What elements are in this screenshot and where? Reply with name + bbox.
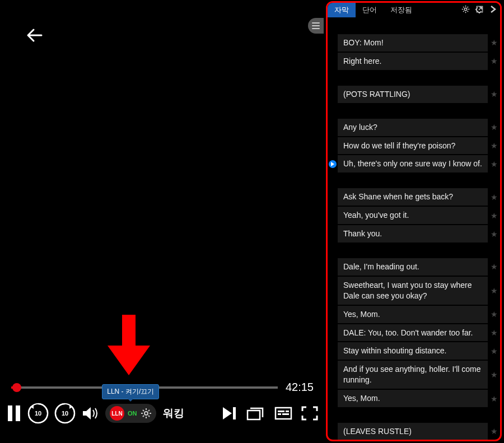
skip-back-button[interactable]: 10 xyxy=(28,403,48,423)
lln-settings-button[interactable] xyxy=(141,408,152,419)
star-icon[interactable]: ★ xyxy=(488,347,500,356)
subtitle-list[interactable]: BOY: Mom!★Right here.★(POTS RATTLING)★An… xyxy=(328,17,500,440)
subtitle-text[interactable]: And if you see anything, holler. I'll co… xyxy=(338,361,488,389)
lln-logo-icon: LLN xyxy=(110,406,124,421)
back-button[interactable] xyxy=(25,25,45,48)
star-icon[interactable]: ★ xyxy=(488,328,500,337)
video-player-area: 42:15 10 10 LLN - 켜기/끄기 LLN ON xyxy=(0,0,325,443)
subtitle-indicator xyxy=(328,160,338,168)
subtitle-text[interactable]: Ask Shane when he gets back? xyxy=(338,188,488,206)
star-icon[interactable]: ★ xyxy=(488,141,500,150)
subtitle-row[interactable]: How do we tell if they're poison?★ xyxy=(328,137,500,155)
episodes-button[interactable] xyxy=(246,406,265,421)
subtitle-text[interactable]: (LEAVES RUSTLE) xyxy=(338,423,488,440)
star-icon[interactable]: ★ xyxy=(488,230,500,239)
subtitle-row[interactable]: Right here.★ xyxy=(328,53,500,70)
subtitle-row[interactable]: (POTS RATTLING)★ xyxy=(328,86,500,103)
time-remaining: 42:15 xyxy=(286,381,314,394)
subtitle-text[interactable]: Yes, Mom. xyxy=(338,306,488,323)
sidebar-tab-1[interactable]: 단어 xyxy=(356,3,384,17)
subtitle-text[interactable]: Yeah, you've got it. xyxy=(338,207,488,224)
star-icon[interactable]: ★ xyxy=(488,193,500,202)
star-icon[interactable]: ★ xyxy=(488,160,500,169)
volume-button[interactable] xyxy=(82,406,99,421)
next-episode-button[interactable] xyxy=(222,406,237,421)
skip-forward-button[interactable]: 10 xyxy=(55,403,75,423)
svg-rect-7 xyxy=(282,413,289,415)
svg-rect-9 xyxy=(286,411,289,412)
svg-rect-6 xyxy=(278,413,281,415)
star-icon[interactable]: ★ xyxy=(488,90,500,99)
subtitle-row[interactable]: (LEAVES RUSTLE)★ xyxy=(328,423,500,440)
svg-rect-4 xyxy=(248,411,260,419)
svg-rect-3 xyxy=(233,407,236,419)
current-play-icon xyxy=(329,160,337,168)
svg-rect-1 xyxy=(16,405,20,421)
subtitle-row[interactable]: Stay within shouting distance.★ xyxy=(328,342,500,360)
subtitle-text[interactable]: Thank you. xyxy=(338,225,488,243)
star-icon[interactable]: ★ xyxy=(488,427,500,436)
collapse-icon[interactable] xyxy=(489,5,497,16)
subtitle-row[interactable]: Thank you.★ xyxy=(328,225,500,243)
sidebar-tab-2[interactable]: 저장됨 xyxy=(384,3,419,17)
star-icon[interactable]: ★ xyxy=(488,310,500,319)
subtitle-text[interactable]: BOY: Mom! xyxy=(338,34,488,52)
subtitle-text[interactable]: DALE: You, too. Don't wander too far. xyxy=(338,324,488,342)
sidebar-settings-icon[interactable] xyxy=(461,5,470,16)
star-icon[interactable]: ★ xyxy=(488,286,500,295)
subtitle-text[interactable]: Dale, I'm heading out. xyxy=(338,258,488,276)
video-title: 워킹 xyxy=(163,406,184,421)
lln-toggle[interactable]: LLN - 켜기/끄기 LLN ON xyxy=(105,404,156,423)
lln-state-label: ON xyxy=(128,410,137,417)
subtitle-text[interactable]: Stay within shouting distance. xyxy=(338,342,488,360)
export-icon[interactable] xyxy=(475,5,484,16)
svg-point-2 xyxy=(144,412,148,415)
subtitle-text[interactable]: Right here. xyxy=(338,53,488,70)
subtitle-row[interactable]: And if you see anything, holler. I'll co… xyxy=(328,361,500,389)
pause-button[interactable] xyxy=(7,404,21,422)
sidebar-header: 자막단어저장됨 xyxy=(328,3,500,17)
star-icon[interactable]: ★ xyxy=(488,211,500,220)
sidebar-toggle-button[interactable] xyxy=(308,18,324,34)
star-icon[interactable]: ★ xyxy=(488,370,500,379)
star-icon[interactable]: ★ xyxy=(488,123,500,132)
subtitle-row[interactable]: Dale, I'm heading out.★ xyxy=(328,258,500,276)
star-icon[interactable]: ★ xyxy=(488,38,500,47)
fullscreen-button[interactable] xyxy=(301,406,318,421)
star-icon[interactable]: ★ xyxy=(488,57,500,66)
subtitle-text[interactable]: (POTS RATTLING) xyxy=(338,86,488,103)
subtitle-text[interactable]: How do we tell if they're poison? xyxy=(338,137,488,155)
seek-knob[interactable] xyxy=(12,383,21,392)
lln-tooltip: LLN - 켜기/끄기 xyxy=(102,384,159,399)
subtitle-row[interactable]: Any luck?★ xyxy=(328,119,500,136)
subtitle-row[interactable]: Yeah, you've got it.★ xyxy=(328,207,500,224)
star-icon[interactable]: ★ xyxy=(488,262,500,271)
subtitles-button[interactable] xyxy=(274,407,292,420)
subtitle-text[interactable]: Yes, Mom. xyxy=(338,390,488,407)
subtitle-text[interactable]: Uh, there's only one sure way I know of. xyxy=(338,155,488,172)
subtitle-row[interactable]: Uh, there's only one sure way I know of.… xyxy=(328,155,500,172)
player-controls: 10 10 LLN - 켜기/끄기 LLN ON 워킹 xyxy=(7,403,318,423)
subtitle-row[interactable]: Sweetheart, I want you to stay where Dal… xyxy=(328,277,500,305)
svg-rect-0 xyxy=(8,405,12,421)
subtitle-row[interactable]: BOY: Mom!★ xyxy=(328,34,500,52)
svg-rect-8 xyxy=(278,411,284,412)
star-icon[interactable]: ★ xyxy=(488,394,500,403)
svg-point-10 xyxy=(464,8,467,11)
subtitle-row[interactable]: DALE: You, too. Don't wander too far.★ xyxy=(328,324,500,342)
subtitle-row[interactable]: Yes, Mom.★ xyxy=(328,306,500,323)
lln-sidebar: 자막단어저장됨 BOY: Mom!★Right here.★(POTS RATT… xyxy=(326,1,502,441)
subtitle-text[interactable]: Any luck? xyxy=(338,119,488,136)
annotation-arrow xyxy=(106,315,151,379)
progress-container: 42:15 xyxy=(11,381,314,394)
subtitle-text[interactable]: Sweetheart, I want you to stay where Dal… xyxy=(338,277,488,305)
subtitle-row[interactable]: Yes, Mom.★ xyxy=(328,390,500,407)
subtitle-row[interactable]: Ask Shane when he gets back?★ xyxy=(328,188,500,206)
sidebar-tab-0[interactable]: 자막 xyxy=(328,3,356,17)
